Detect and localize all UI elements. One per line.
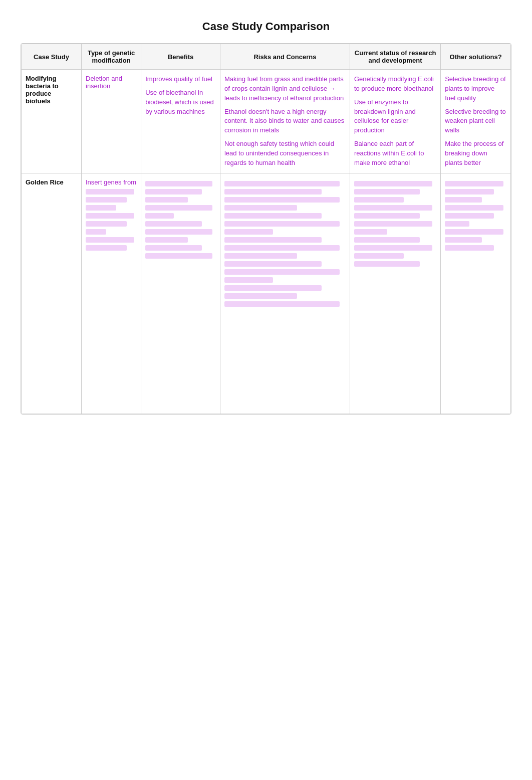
golden-rice-case-study: Golden Rice	[22, 173, 82, 414]
page-title: Case Study Comparison	[15, 20, 517, 33]
status-item-1: Genetically modifying E.coli to produce …	[354, 75, 436, 94]
solution-item-1: Selective breeding of plants to improve …	[445, 75, 506, 103]
benefits-cell: Improves quality of fuel Use of bioethan…	[141, 70, 220, 173]
blur-decoration	[354, 181, 432, 186]
blur-decoration	[224, 189, 322, 194]
blur-decoration	[86, 205, 116, 211]
case-study-label: Modifying bacteria to produce biofuels	[26, 75, 59, 105]
table-row: Golden Rice Insert genes from	[22, 173, 511, 414]
blur-decoration	[354, 261, 420, 267]
blur-decoration	[86, 213, 134, 219]
blur-decoration	[145, 205, 212, 211]
blur-decoration	[145, 213, 173, 219]
blur-decoration	[445, 213, 494, 219]
golden-rice-other	[441, 173, 511, 414]
blur-decoration	[224, 269, 340, 275]
blur-decoration	[224, 237, 322, 243]
blur-decoration	[145, 181, 212, 186]
solution-item-3: Make the process of breaking down plants…	[445, 139, 506, 168]
blur-decoration	[224, 213, 322, 219]
blur-decoration	[224, 245, 340, 251]
blur-decoration	[445, 189, 494, 194]
col-header-benefits: Benefits	[141, 44, 220, 70]
benefit-item-2: Use of bioethanol in biodiesel, which is…	[145, 88, 216, 117]
blur-decoration	[445, 181, 503, 186]
col-header-risks: Risks and Concerns	[220, 44, 350, 70]
blur-decoration	[354, 245, 432, 251]
blur-decoration	[354, 221, 432, 227]
modification-type-cell: Deletion and insertion	[82, 70, 141, 173]
blur-decoration	[224, 261, 322, 267]
col-header-other: Other solutions?	[441, 44, 511, 70]
blur-decoration	[445, 237, 482, 243]
table-row: Modifying bacteria to produce biofuels D…	[22, 70, 511, 173]
blur-decoration	[86, 197, 127, 203]
comparison-table: Case Study Type of genetic modification …	[21, 43, 511, 415]
blur-decoration	[145, 237, 187, 243]
blur-decoration	[86, 221, 127, 227]
golden-rice-status	[350, 173, 440, 414]
blur-decoration	[145, 189, 202, 194]
blur-decoration	[354, 189, 420, 194]
status-item-3: Balance each part of reactions within E.…	[354, 139, 436, 168]
risk-item-3: Not enough safety testing which could le…	[224, 139, 346, 168]
blur-decoration	[224, 301, 340, 307]
blur-decoration	[445, 229, 503, 235]
blur-decoration	[86, 237, 134, 243]
blur-decoration	[354, 237, 420, 243]
case-study-cell: Modifying bacteria to produce biofuels	[22, 70, 82, 173]
modification-type-text: Deletion and insertion	[86, 75, 122, 90]
blur-decoration	[224, 229, 273, 235]
blur-decoration	[224, 253, 297, 259]
status-cell: Genetically modifying E.coli to produce …	[350, 70, 440, 173]
blur-decoration	[224, 181, 340, 186]
blur-decoration	[224, 293, 297, 299]
blur-decoration	[224, 285, 322, 291]
golden-rice-modification-text: Insert genes from	[86, 178, 137, 186]
blur-decoration	[145, 197, 187, 203]
blur-decoration	[445, 245, 494, 251]
blur-decoration	[145, 221, 202, 227]
golden-rice-label: Golden Rice	[26, 178, 64, 186]
blur-decoration	[354, 253, 404, 259]
risk-item-2: Ethanol doesn't have a high energy conte…	[224, 107, 346, 136]
col-header-type: Type of genetic modification	[82, 44, 141, 70]
blur-decoration	[445, 197, 482, 203]
golden-rice-modification: Insert genes from	[82, 173, 141, 414]
col-header-status: Current status of research and developme…	[350, 44, 440, 70]
blur-decoration	[145, 253, 212, 259]
blur-decoration	[224, 205, 297, 211]
risk-item-1: Making fuel from grass and inedible part…	[224, 75, 346, 103]
golden-rice-benefits	[141, 173, 220, 414]
risks-cell: Making fuel from grass and inedible part…	[220, 70, 350, 173]
blur-decoration	[145, 229, 212, 235]
benefit-item-1: Improves quality of fuel	[145, 75, 216, 84]
col-header-case-study: Case Study	[22, 44, 82, 70]
blur-decoration	[86, 245, 127, 251]
other-solutions-cell: Selective breeding of plants to improve …	[441, 70, 511, 173]
blur-decoration	[354, 229, 387, 235]
golden-rice-risks	[220, 173, 350, 414]
blur-decoration	[354, 213, 420, 219]
blur-decoration	[224, 277, 273, 283]
status-item-2: Use of enzymes to breakdown lignin and c…	[354, 98, 436, 135]
blur-decoration	[86, 189, 134, 194]
blur-decoration	[86, 229, 106, 235]
blur-decoration	[145, 245, 202, 251]
blur-decoration	[445, 205, 503, 211]
blur-decoration	[354, 197, 404, 203]
blur-decoration	[224, 197, 340, 203]
blur-decoration	[354, 205, 432, 211]
blur-decoration	[224, 221, 340, 227]
solution-item-2: Selective breeding to weaken plant cell …	[445, 107, 506, 136]
blur-decoration	[445, 221, 469, 227]
